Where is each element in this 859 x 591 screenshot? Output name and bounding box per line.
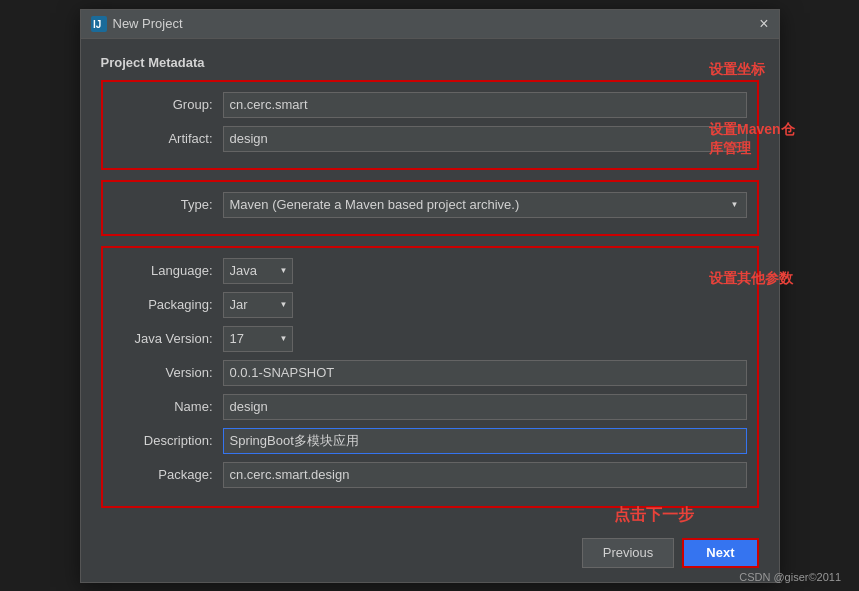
type-section: Type: Maven (Generate a Maven based proj… [101, 180, 759, 236]
type-select[interactable]: Maven (Generate a Maven based project ar… [223, 192, 747, 218]
close-button[interactable]: × [759, 16, 768, 32]
artifact-label: Artifact: [113, 131, 223, 146]
artifact-row: Artifact: [113, 126, 747, 152]
packaging-label: Packaging: [113, 297, 223, 312]
dialog-body: Project Metadata Group: Artifact: Type: … [81, 39, 779, 528]
next-button[interactable]: Next [682, 538, 758, 568]
language-label: Language: [113, 263, 223, 278]
previous-button[interactable]: Previous [582, 538, 675, 568]
java-version-select[interactable]: 17 11 8 [223, 326, 293, 352]
language-select[interactable]: Java Kotlin Groovy [223, 258, 293, 284]
package-row: Package: [113, 462, 747, 488]
java-version-select-wrapper: 17 11 8 [223, 326, 293, 352]
svg-text:IJ: IJ [93, 19, 101, 30]
coord-section: Group: Artifact: [101, 80, 759, 170]
new-project-dialog: IJ New Project × Project Metadata Group:… [80, 9, 780, 583]
language-select-wrapper: Java Kotlin Groovy [223, 258, 293, 284]
type-label: Type: [113, 197, 223, 212]
version-row: Version: [113, 360, 747, 386]
name-input[interactable] [223, 394, 747, 420]
description-label: Description: [113, 433, 223, 448]
name-row: Name: [113, 394, 747, 420]
artifact-input[interactable] [223, 126, 747, 152]
packaging-row: Packaging: Jar War [113, 292, 747, 318]
description-row: Description: [113, 428, 747, 454]
intellij-icon: IJ [91, 16, 107, 32]
package-label: Package: [113, 467, 223, 482]
project-metadata-title: Project Metadata [101, 55, 759, 70]
version-input[interactable] [223, 360, 747, 386]
dialog-title: New Project [113, 16, 754, 31]
title-bar: IJ New Project × [81, 10, 779, 39]
group-input[interactable] [223, 92, 747, 118]
packaging-select[interactable]: Jar War [223, 292, 293, 318]
java-version-label: Java Version: [113, 331, 223, 346]
package-input[interactable] [223, 462, 747, 488]
type-row: Type: Maven (Generate a Maven based proj… [113, 192, 747, 218]
group-row: Group: [113, 92, 747, 118]
type-select-wrapper: Maven (Generate a Maven based project ar… [223, 192, 747, 218]
other-params-section: Language: Java Kotlin Groovy Packaging: … [101, 246, 759, 508]
watermark: CSDN @giser©2011 [739, 571, 841, 583]
group-label: Group: [113, 97, 223, 112]
packaging-select-wrapper: Jar War [223, 292, 293, 318]
version-label: Version: [113, 365, 223, 380]
dialog-footer: Previous Next [81, 528, 779, 582]
name-label: Name: [113, 399, 223, 414]
java-version-row: Java Version: 17 11 8 [113, 326, 747, 352]
language-row: Language: Java Kotlin Groovy [113, 258, 747, 284]
description-input[interactable] [223, 428, 747, 454]
